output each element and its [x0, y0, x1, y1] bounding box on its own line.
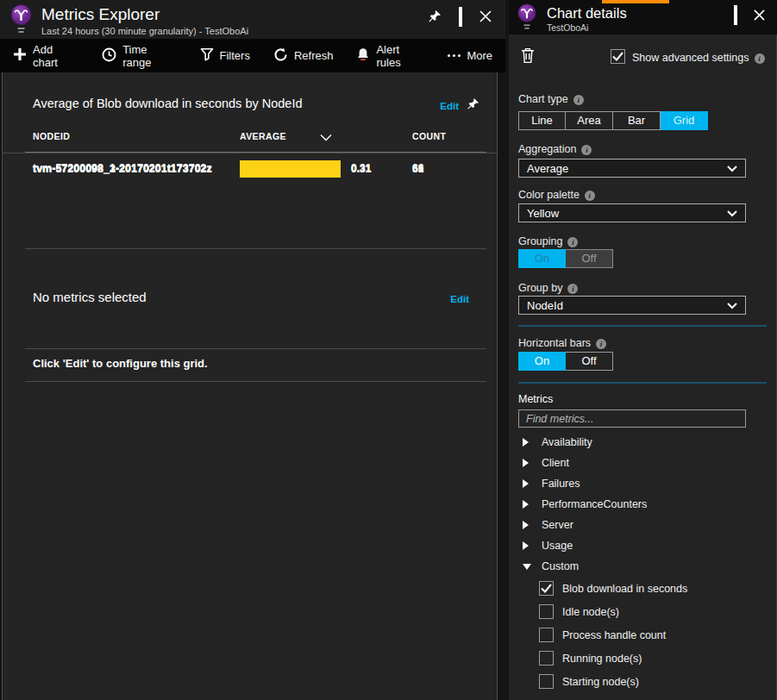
- metric-checkbox-checked[interactable]: [539, 581, 554, 596]
- row-average-bar: [240, 161, 341, 178]
- aggregation-label: Aggregationi: [518, 143, 592, 155]
- row-average-value: 0.31: [351, 163, 371, 175]
- tree-category-server[interactable]: Server: [509, 515, 776, 535]
- group-by-select[interactable]: NodeId: [518, 296, 746, 315]
- metrics-section-label: Metrics: [518, 393, 553, 405]
- metric-blob-download-item[interactable]: Blob download in seconds: [509, 577, 776, 600]
- tree-category-usage[interactable]: Usage: [509, 535, 776, 556]
- metric-running-nodes-item[interactable]: Running node(s): [509, 647, 776, 670]
- chart-type-label: Chart typei: [518, 93, 584, 105]
- chart-type-bar-button[interactable]: Bar: [613, 111, 661, 130]
- horizontal-bars-off-button[interactable]: Off: [566, 352, 613, 371]
- time-range-button[interactable]: Time range: [102, 43, 176, 69]
- triangle-right-icon: [523, 459, 536, 467]
- tree-category-failures[interactable]: Failures: [509, 473, 776, 494]
- section-divider: [518, 325, 767, 327]
- alert-rules-button[interactable]: Alert rules: [356, 43, 424, 69]
- pin-icon[interactable]: [428, 9, 442, 27]
- bell-icon: [356, 47, 370, 65]
- chart-type-area-button[interactable]: Area: [566, 111, 613, 130]
- tree-category-availability[interactable]: Availability: [509, 432, 776, 453]
- column-header-nodeid[interactable]: NODEID: [33, 131, 70, 141]
- ellipsis-icon: [448, 54, 461, 57]
- info-icon[interactable]: i: [567, 284, 578, 294]
- delete-chart-trash-icon[interactable]: [521, 47, 535, 67]
- tree-category-performancecounters[interactable]: PerformanceCounters: [509, 494, 776, 515]
- metric-checkbox[interactable]: [539, 651, 554, 666]
- metrics-tree: Availability Client Failures Performance…: [509, 432, 776, 577]
- show-advanced-label: Show advanced settingsi: [632, 52, 765, 64]
- metric-idle-nodes-item[interactable]: Idle node(s): [509, 600, 776, 623]
- chart-details-header: Chart details TestOboAi: [509, 0, 777, 34]
- triangle-right-icon: [523, 521, 536, 529]
- section-divider: [25, 381, 486, 382]
- sort-chevron-down-icon[interactable]: [320, 129, 332, 145]
- maximize-icon[interactable]: [459, 10, 462, 26]
- chart-type-segmented-control: Line Area Bar Grid: [518, 111, 708, 130]
- table-row: tvm-57200098_3-20170201t173702z 0.31 51: [3, 153, 497, 184]
- metric-checkbox[interactable]: [539, 674, 554, 689]
- color-palette-select[interactable]: Yellow: [518, 203, 746, 222]
- info-icon[interactable]: i: [573, 95, 584, 105]
- find-metrics-input[interactable]: [518, 409, 746, 428]
- column-header-count[interactable]: COUNT: [412, 131, 446, 141]
- info-icon[interactable]: i: [585, 191, 595, 201]
- chevron-down-icon: [727, 207, 737, 220]
- section-divider: [518, 382, 767, 384]
- lightbulb-icon: [9, 3, 33, 38]
- show-advanced-checkbox[interactable]: [611, 49, 625, 64]
- info-icon[interactable]: i: [581, 145, 592, 155]
- info-icon[interactable]: i: [755, 53, 765, 64]
- triangle-down-icon: [523, 564, 536, 570]
- chart-details-body: Show advanced settingsi Chart typei Line…: [509, 34, 776, 700]
- add-chart-button[interactable]: Add chart: [13, 43, 78, 69]
- triangle-right-icon: [523, 479, 536, 488]
- chart-type-line-button[interactable]: Line: [518, 111, 566, 130]
- tree-category-client[interactable]: Client: [509, 453, 776, 473]
- metric-checkbox[interactable]: [539, 604, 554, 619]
- column-header-average[interactable]: AVERAGE: [240, 131, 286, 141]
- grouping-toggle: On Off: [518, 249, 613, 268]
- metrics-explorer-header: Metrics Explorer Last 24 hours (30 minut…: [0, 0, 505, 39]
- plus-icon: [13, 47, 27, 64]
- metrics-explorer-panel: Metrics Explorer Last 24 hours (30 minut…: [0, 0, 505, 700]
- lightbulb-icon: [517, 3, 537, 34]
- custom-metrics-list: Blob download in seconds Idle node(s) Pr…: [509, 577, 776, 693]
- loading-progress-bar: [602, 0, 669, 3]
- panel-title: Metrics Explorer: [41, 5, 160, 24]
- close-icon[interactable]: [479, 10, 492, 26]
- tree-category-custom[interactable]: Custom: [509, 556, 776, 577]
- info-icon[interactable]: i: [596, 339, 606, 349]
- filters-button[interactable]: Filters: [200, 47, 250, 64]
- group-by-label: Group byi: [518, 282, 578, 294]
- panel-subtitle: TestOboAi: [547, 22, 588, 33]
- metric-process-handle-count-item[interactable]: Process handle count: [509, 623, 776, 647]
- grouping-label: Groupingi: [518, 235, 578, 247]
- chart-details-panel: Chart details TestOboAi Show advanced se…: [509, 0, 777, 700]
- section-divider: [25, 348, 486, 349]
- chart-type-grid-button[interactable]: Grid: [661, 111, 708, 130]
- refresh-button[interactable]: Refresh: [273, 47, 334, 65]
- chevron-down-icon: [727, 299, 737, 312]
- toolbar: Add chart Time range Filters Refresh Ale…: [0, 39, 505, 72]
- metric-checkbox[interactable]: [539, 628, 554, 642]
- grid-edit-link[interactable]: Edit: [440, 101, 459, 111]
- grouping-on-button[interactable]: On: [518, 249, 566, 268]
- refresh-icon: [273, 47, 288, 65]
- panel-title: Chart details: [547, 5, 627, 22]
- maximize-icon[interactable]: [734, 9, 737, 24]
- row-nodeid: tvm-57200098_3-20170201t173702z: [33, 163, 212, 175]
- no-metrics-edit-link[interactable]: Edit: [450, 294, 469, 304]
- close-icon[interactable]: [754, 9, 765, 24]
- aggregation-select[interactable]: Average: [518, 159, 746, 178]
- metric-starting-nodes-item[interactable]: Starting node(s): [509, 670, 776, 693]
- pin-icon[interactable]: [467, 97, 479, 114]
- filter-icon: [200, 47, 214, 64]
- chevron-down-icon: [727, 162, 737, 175]
- horizontal-bars-on-button[interactable]: On: [518, 352, 566, 371]
- clock-icon: [102, 47, 116, 65]
- no-metrics-text: No metrics selected: [33, 290, 147, 304]
- more-button[interactable]: More: [448, 49, 492, 62]
- grouping-off-button[interactable]: Off: [566, 249, 613, 268]
- info-icon[interactable]: i: [567, 237, 578, 247]
